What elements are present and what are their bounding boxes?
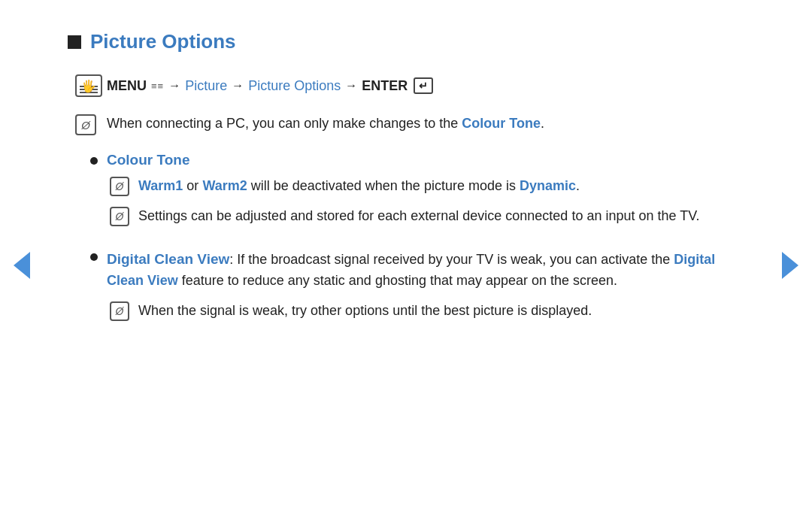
subnote-settings: Settings can be adjusted and stored for … [110,206,744,227]
page-container: Picture Options 🖐 MENU ≡≡ → Picture → Pi… [0,0,812,530]
subnote-signal: When the signal is weak, try other optio… [110,301,744,322]
menu-path-row: 🖐 MENU ≡≡ → Picture → Picture Options → … [75,74,744,97]
enter-arrow-icon: ↵ [419,80,428,92]
dcv-text-after: feature to reduce any static and ghostin… [178,273,617,288]
dcv-main-text: Digital Clean View: If the broadcast sig… [107,248,744,292]
pc-note-before: When connecting a PC, you can only make … [107,116,462,131]
bullet-dot-2 [90,253,98,261]
arrow-1: → [168,79,180,92]
nav-arrow-left[interactable] [14,252,30,279]
subnote-settings-text: Settings can be adjusted and stored for … [138,206,700,227]
bullet-content-2: Digital Clean View: If the broadcast sig… [107,248,744,331]
page-title-row: Picture Options [68,30,744,53]
colour-tone-link: Colour Tone [462,116,541,131]
picture-options-link: Picture Options [248,78,341,94]
nav-arrow-right[interactable] [782,252,798,279]
subnote-warm-icon [110,177,129,196]
warm-mid-text: or [183,178,202,193]
subnote-settings-icon [110,207,129,226]
enter-bold: ENTER [362,78,408,93]
subnote-warm: Warm1 or Warm2 will be deactivated when … [110,176,744,197]
warm1-text: Warm1 [138,178,183,193]
dcv-label: Digital Clean View [107,251,229,267]
bullet-content-1: Colour Tone Warm1 or Warm2 will be deact… [107,152,744,236]
subnote-signal-icon [110,301,129,321]
enter-box-icon: ↵ [414,77,433,94]
subnote-warm-text: Warm1 or Warm2 will be deactivated when … [138,176,580,197]
bullet-item-colour-tone: Colour Tone Warm1 or Warm2 will be deact… [90,152,744,236]
pc-note-text: When connecting a PC, you can only make … [107,114,544,134]
menu-hand-icon: 🖐 [81,79,96,93]
subnote-signal-text: When the signal is weak, try other optio… [138,301,592,322]
enter-label: ENTER [362,78,408,94]
warm-after-text: will be deactivated when the picture mod… [247,178,520,193]
menu-bars-icon: ≡≡ [151,80,164,92]
menu-label: MENU [107,78,147,94]
picture-link: Picture [185,78,227,94]
menu-icon: 🖐 [75,74,102,97]
pc-note-row: When connecting a PC, you can only make … [75,114,744,135]
bullet-section: Colour Tone Warm1 or Warm2 will be deact… [90,152,744,330]
title-square-icon [68,35,81,49]
bullet-dot-1 [90,157,98,165]
arrow-2: → [232,79,244,92]
arrow-3: → [345,79,357,92]
dynamic-text: Dynamic [520,178,576,193]
warm2-text: Warm2 [202,178,247,193]
warm-end-text: . [576,178,580,193]
pc-note-after: . [541,116,544,131]
page-title: Picture Options [90,30,236,53]
colour-tone-label: Colour Tone [107,152,744,168]
dcv-text-before: : If the broadcast signal received by yo… [229,252,674,267]
bullet-item-dcv: Digital Clean View: If the broadcast sig… [90,248,744,331]
pc-note-icon [75,114,96,135]
